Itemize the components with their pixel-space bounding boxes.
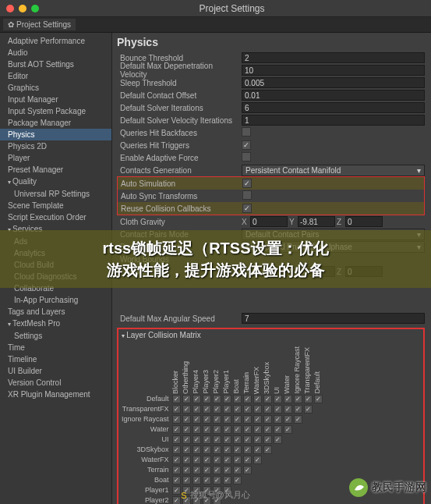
matrix-checkbox[interactable]: ✓	[294, 415, 302, 424]
sidebar-item[interactable]: Physics 2D	[0, 140, 111, 152]
matrix-checkbox[interactable]: ✓	[233, 405, 242, 413]
matrix-checkbox[interactable]: ✓	[243, 445, 252, 454]
matrix-checkbox[interactable]: ✓	[314, 395, 323, 403]
matrix-checkbox[interactable]: ✓	[284, 405, 292, 413]
sidebar-item[interactable]: Version Control	[0, 377, 111, 389]
matrix-checkbox[interactable]: ✓	[223, 435, 231, 444]
matrix-checkbox[interactable]: ✓	[203, 395, 211, 403]
matrix-checkbox[interactable]: ✓	[182, 395, 191, 403]
contacts-generation-dropdown[interactable]: Persistent Contact Manifold▾	[242, 165, 425, 176]
matrix-checkbox[interactable]: ✓	[263, 445, 272, 454]
matrix-checkbox[interactable]: ✓	[203, 445, 211, 454]
matrix-checkbox[interactable]: ✓	[253, 395, 262, 403]
matrix-checkbox[interactable]: ✓	[172, 395, 181, 403]
matrix-checkbox[interactable]: ✓	[213, 445, 221, 454]
sidebar-item[interactable]: Burst AOT Settings	[0, 59, 111, 70]
checkbox[interactable]: ✓	[242, 179, 252, 188]
sidebar-item[interactable]: Audio	[0, 47, 111, 59]
matrix-checkbox[interactable]: ✓	[304, 405, 313, 413]
matrix-checkbox[interactable]: ✓	[182, 405, 191, 413]
matrix-checkbox[interactable]: ✓	[193, 425, 201, 434]
matrix-checkbox[interactable]: ✓	[203, 405, 211, 413]
matrix-checkbox[interactable]: ✓	[304, 395, 313, 403]
sidebar-item[interactable]: Graphics	[0, 82, 111, 94]
matrix-checkbox[interactable]: ✓	[223, 445, 231, 454]
matrix-checkbox[interactable]: ✓	[223, 425, 231, 434]
matrix-checkbox[interactable]: ✓	[253, 405, 262, 413]
matrix-checkbox[interactable]: ✓	[172, 476, 181, 484]
cloth-gravity-y[interactable]	[298, 216, 335, 227]
number-field[interactable]	[242, 115, 425, 126]
matrix-checkbox[interactable]: ✓	[172, 405, 181, 413]
sidebar-item[interactable]: Player	[0, 152, 111, 164]
matrix-checkbox[interactable]: ✓	[193, 435, 201, 444]
matrix-checkbox[interactable]: ✓	[172, 435, 181, 444]
sidebar-item[interactable]: Preset Manager	[0, 164, 111, 176]
matrix-checkbox[interactable]: ✓	[193, 395, 201, 403]
matrix-checkbox[interactable]: ✓	[223, 405, 231, 413]
matrix-checkbox[interactable]: ✓	[243, 466, 252, 474]
matrix-checkbox[interactable]: ✓	[263, 435, 272, 444]
matrix-checkbox[interactable]: ✓	[182, 445, 191, 454]
matrix-checkbox[interactable]: ✓	[213, 435, 221, 444]
matrix-checkbox[interactable]: ✓	[203, 435, 211, 444]
matrix-checkbox[interactable]: ✓	[172, 415, 181, 424]
sidebar-item[interactable]: Quality	[0, 176, 111, 188]
matrix-checkbox[interactable]: ✓	[172, 486, 181, 495]
matrix-checkbox[interactable]: ✓	[243, 405, 252, 413]
sidebar-item[interactable]: XR Plugin Management	[0, 389, 111, 400]
matrix-checkbox[interactable]: ✓	[274, 395, 282, 403]
matrix-checkbox[interactable]: ✓	[243, 425, 252, 434]
matrix-checkbox[interactable]: ✓	[223, 456, 231, 464]
sidebar-item[interactable]: Timeline	[0, 353, 111, 365]
matrix-checkbox[interactable]: ✓	[172, 445, 181, 454]
matrix-checkbox[interactable]: ✓	[233, 445, 242, 454]
sidebar-item[interactable]: Time	[0, 342, 111, 353]
matrix-checkbox[interactable]: ✓	[253, 415, 262, 424]
matrix-checkbox[interactable]: ✓	[263, 415, 272, 424]
checkbox[interactable]	[242, 190, 252, 200]
checkbox[interactable]: ✓	[242, 204, 252, 213]
matrix-checkbox[interactable]: ✓	[172, 496, 181, 504]
matrix-checkbox[interactable]: ✓	[213, 405, 221, 413]
matrix-checkbox[interactable]: ✓	[213, 425, 221, 434]
matrix-checkbox[interactable]: ✓	[274, 415, 282, 424]
matrix-checkbox[interactable]: ✓	[203, 415, 211, 424]
matrix-checkbox[interactable]: ✓	[274, 425, 282, 434]
matrix-checkbox[interactable]: ✓	[233, 466, 242, 474]
cloth-gravity-z[interactable]	[345, 216, 383, 227]
sidebar-item[interactable]: Input System Package	[0, 105, 111, 117]
matrix-checkbox[interactable]: ✓	[243, 415, 252, 424]
matrix-checkbox[interactable]: ✓	[203, 476, 211, 484]
matrix-checkbox[interactable]: ✓	[203, 466, 211, 474]
matrix-checkbox[interactable]: ✓	[233, 395, 242, 403]
sidebar-item[interactable]: In-App Purchasing	[0, 294, 111, 306]
sidebar-item[interactable]: UI Builder	[0, 365, 111, 377]
matrix-checkbox[interactable]: ✓	[233, 435, 242, 444]
matrix-checkbox[interactable]: ✓	[203, 425, 211, 434]
matrix-checkbox[interactable]: ✓	[213, 395, 221, 403]
matrix-checkbox[interactable]: ✓	[193, 405, 201, 413]
matrix-checkbox[interactable]: ✓	[203, 456, 211, 464]
sidebar-item[interactable]: Physics	[0, 129, 111, 140]
number-field[interactable]	[242, 52, 425, 63]
matrix-checkbox[interactable]: ✓	[223, 415, 231, 424]
matrix-checkbox[interactable]: ✓	[243, 395, 252, 403]
matrix-checkbox[interactable]: ✓	[274, 405, 282, 413]
sidebar-item[interactable]: Script Execution Order	[0, 211, 111, 223]
matrix-checkbox[interactable]: ✓	[182, 476, 191, 484]
sidebar-item[interactable]: Settings	[0, 330, 111, 342]
maximize-icon[interactable]	[31, 5, 39, 12]
matrix-title[interactable]: Layer Collision Matrix	[122, 331, 420, 339]
matrix-checkbox[interactable]: ✓	[182, 456, 191, 464]
matrix-checkbox[interactable]: ✓	[223, 395, 231, 403]
matrix-checkbox[interactable]: ✓	[193, 476, 201, 484]
matrix-checkbox[interactable]: ✓	[193, 415, 201, 424]
matrix-checkbox[interactable]: ✓	[193, 456, 201, 464]
minimize-icon[interactable]	[19, 5, 26, 12]
sidebar-item[interactable]: Editor	[0, 70, 111, 82]
matrix-checkbox[interactable]: ✓	[233, 415, 242, 424]
matrix-checkbox[interactable]: ✓	[294, 405, 302, 413]
matrix-checkbox[interactable]: ✓	[182, 466, 191, 474]
matrix-checkbox[interactable]: ✓	[172, 456, 181, 464]
